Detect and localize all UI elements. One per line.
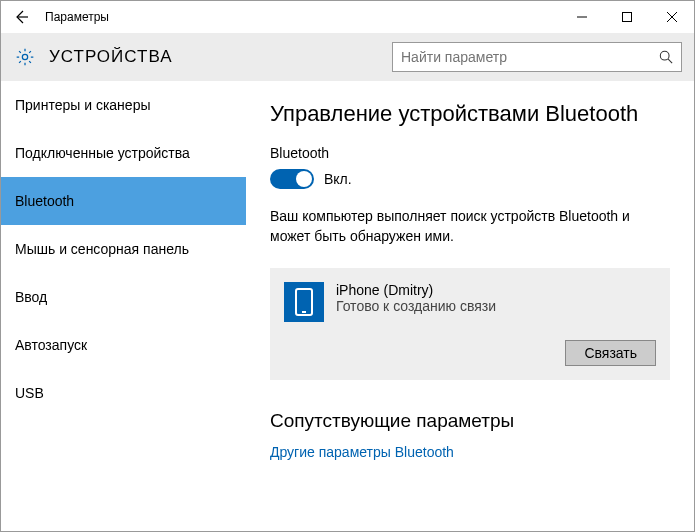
other-bluetooth-link[interactable]: Другие параметры Bluetooth	[270, 444, 670, 460]
sidebar-item-printers[interactable]: Принтеры и сканеры	[1, 81, 246, 129]
toggle-state-label: Вкл.	[324, 171, 352, 187]
device-header: iPhone (Dmitry) Готово к созданию связи	[284, 282, 656, 322]
header: УСТРОЙСТВА	[1, 33, 694, 81]
search-box[interactable]	[392, 42, 682, 72]
sidebar-item-connected-devices[interactable]: Подключенные устройства	[1, 129, 246, 177]
sidebar-item-label: Bluetooth	[15, 193, 74, 209]
search-icon	[651, 50, 681, 64]
minimize-icon	[577, 12, 587, 22]
maximize-button[interactable]	[604, 1, 649, 33]
header-title: УСТРОЙСТВА	[49, 47, 392, 67]
close-button[interactable]	[649, 1, 694, 33]
bluetooth-toggle[interactable]	[270, 169, 314, 189]
sidebar-item-mouse[interactable]: Мышь и сенсорная панель	[1, 225, 246, 273]
maximize-icon	[622, 12, 632, 22]
pair-row: Связать	[284, 340, 656, 366]
sidebar-item-label: Автозапуск	[15, 337, 87, 353]
sidebar-item-autoplay[interactable]: Автозапуск	[1, 321, 246, 369]
bluetooth-toggle-row: Вкл.	[270, 169, 670, 189]
sidebar: Принтеры и сканеры Подключенные устройст…	[1, 81, 246, 532]
content: Управление устройствами Bluetooth Blueto…	[246, 81, 694, 532]
sidebar-item-label: Ввод	[15, 289, 47, 305]
main: Принтеры и сканеры Подключенные устройст…	[1, 81, 694, 532]
sidebar-item-label: USB	[15, 385, 44, 401]
sidebar-item-typing[interactable]: Ввод	[1, 273, 246, 321]
page-title: Управление устройствами Bluetooth	[270, 101, 670, 127]
svg-line-6	[668, 59, 672, 63]
svg-point-4	[22, 54, 27, 59]
arrow-left-icon	[13, 9, 29, 25]
device-card[interactable]: iPhone (Dmitry) Готово к созданию связи …	[270, 268, 670, 380]
device-text: iPhone (Dmitry) Готово к созданию связи	[336, 282, 496, 314]
bluetooth-description: Ваш компьютер выполняет поиск устройств …	[270, 207, 670, 246]
svg-rect-1	[622, 13, 631, 22]
svg-point-5	[660, 51, 669, 60]
sidebar-item-label: Мышь и сенсорная панель	[15, 241, 189, 257]
search-input[interactable]	[393, 49, 651, 65]
sidebar-item-usb[interactable]: USB	[1, 369, 246, 417]
related-title: Сопутствующие параметры	[270, 410, 670, 432]
device-status: Готово к созданию связи	[336, 298, 496, 314]
minimize-button[interactable]	[559, 1, 604, 33]
toggle-knob	[296, 171, 312, 187]
window-title: Параметры	[45, 10, 109, 24]
device-name: iPhone (Dmitry)	[336, 282, 496, 298]
sidebar-item-bluetooth[interactable]: Bluetooth	[1, 177, 246, 225]
gear-icon	[15, 47, 35, 67]
pair-button[interactable]: Связать	[565, 340, 656, 366]
close-icon	[667, 12, 677, 22]
bluetooth-label: Bluetooth	[270, 145, 670, 161]
phone-icon	[284, 282, 324, 322]
sidebar-item-label: Принтеры и сканеры	[15, 97, 150, 113]
titlebar: Параметры	[1, 1, 694, 33]
sidebar-item-label: Подключенные устройства	[15, 145, 190, 161]
back-button[interactable]	[1, 1, 41, 33]
